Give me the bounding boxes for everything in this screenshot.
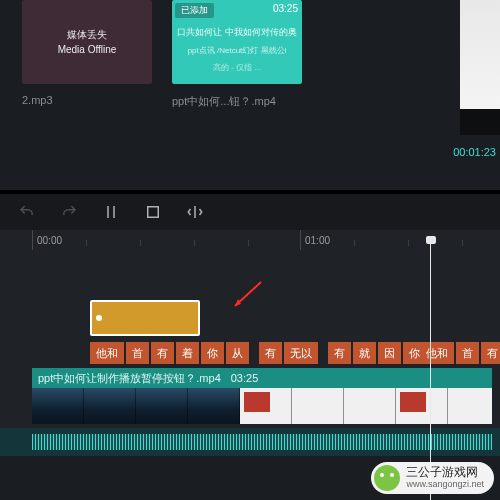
frame-thumb	[188, 388, 240, 424]
svg-rect-0	[148, 207, 159, 218]
thumb-text-1: 口共如何让 中我如何对传的奥	[177, 26, 297, 39]
media-item-audio[interactable]: 媒体丢失 Media Offline 2.mp3	[22, 0, 152, 178]
added-badge: 已添加	[175, 3, 214, 18]
media-item-video[interactable]: 已添加 03:25 口共如何让 中我如何对传的奥 ppt点讯 /Netcut幻灯…	[172, 0, 302, 178]
clip-handle-icon[interactable]	[96, 315, 102, 321]
video-track[interactable]: ppt中如何让制作播放暂停按钮？.mp4 03:25	[0, 368, 500, 424]
redo-icon[interactable]	[60, 203, 78, 221]
waveform	[32, 434, 492, 450]
watermark-logo-icon	[374, 465, 400, 491]
ruler-minor	[248, 240, 249, 246]
frame-thumb	[32, 388, 84, 424]
mirror-icon[interactable]	[186, 203, 204, 221]
preview-controls[interactable]	[460, 109, 500, 135]
media-bin: 媒体丢失 Media Offline 2.mp3 已添加 03:25 口共如何让…	[0, 0, 500, 190]
overlay-track[interactable]	[0, 300, 500, 336]
media-caption: ppt中如何...钮？.mp4	[172, 94, 302, 109]
subtitle-clip[interactable]: 首	[456, 342, 479, 364]
offline-label-cn: 媒体丢失	[67, 27, 107, 42]
timeline-tracks: 他和 首 有 着 你 从 有 无以 有 就 因 你 爱 他和 首 有 ppt中如…	[0, 250, 500, 456]
annotation-arrow-icon	[225, 278, 265, 322]
frame-thumb	[396, 388, 448, 424]
playhead[interactable]	[430, 240, 431, 500]
thumbnail-video: 已添加 03:25 口共如何让 中我如何对传的奥 ppt点讯 /Netcut幻灯…	[172, 0, 302, 84]
preview-frame	[460, 0, 500, 109]
ruler-minor	[86, 240, 87, 246]
frame-thumb	[136, 388, 188, 424]
ruler-tick: 01:00	[300, 230, 330, 250]
video-clip-frames	[32, 388, 492, 424]
frame-thumb	[240, 388, 292, 424]
audio-track[interactable]	[0, 428, 500, 456]
subtitle-track-tail[interactable]: 他和 首 有	[0, 342, 500, 364]
crop-icon[interactable]	[144, 203, 162, 221]
ruler-minor	[140, 240, 141, 246]
thumb-text-3: 高的 - 仅指 ...	[213, 62, 261, 73]
subtitle-clip[interactable]: 有	[481, 342, 500, 364]
selected-clip[interactable]	[90, 300, 200, 336]
thumbnail-offline: 媒体丢失 Media Offline	[22, 0, 152, 84]
ruler-minor	[408, 240, 409, 246]
thumb-text-2: ppt点讯 /Netcut幻灯 黑线公i	[188, 45, 287, 56]
clip-duration: 03:25	[231, 372, 259, 384]
watermark-name: 三公子游戏网	[406, 465, 478, 479]
video-clip-header[interactable]: ppt中如何让制作播放暂停按钮？.mp4 03:25	[32, 368, 492, 388]
frame-thumb	[292, 388, 344, 424]
media-caption: 2.mp3	[22, 94, 152, 106]
clip-name: ppt中如何让制作播放暂停按钮？.mp4	[38, 371, 221, 386]
frame-thumb	[84, 388, 136, 424]
ruler-minor	[354, 240, 355, 246]
offline-label-en: Media Offline	[58, 42, 117, 57]
timeline-toolbar	[0, 194, 500, 230]
timeline-ruler[interactable]: 00:00 01:00	[0, 230, 500, 250]
watermark-url: www.sangongzi.net	[406, 480, 484, 490]
preview-pane[interactable]	[460, 0, 500, 135]
subtitle-clip[interactable]: 他和	[420, 342, 454, 364]
preview-time: 00:01:23	[453, 146, 496, 158]
split-icon[interactable]	[102, 203, 120, 221]
frame-thumb	[448, 388, 492, 424]
ruler-minor	[462, 240, 463, 246]
ruler-minor	[194, 240, 195, 246]
ruler-label: 00:00	[37, 235, 62, 246]
undo-icon[interactable]	[18, 203, 36, 221]
frame-thumb	[344, 388, 396, 424]
ruler-tick: 00:00	[32, 230, 62, 250]
watermark: 三公子游戏网 www.sangongzi.net	[371, 462, 494, 494]
ruler-label: 01:00	[305, 235, 330, 246]
duration-label: 03:25	[273, 3, 298, 14]
